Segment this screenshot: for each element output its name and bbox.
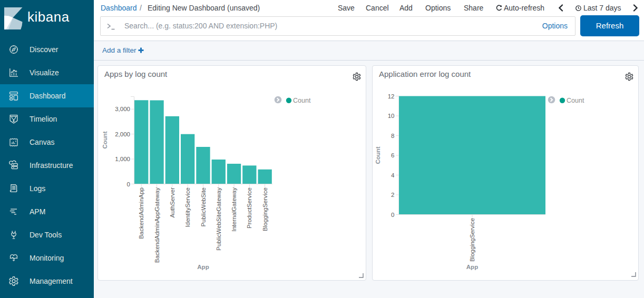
- svg-text:2,000: 2,000: [115, 131, 130, 137]
- svg-text:0: 0: [127, 181, 130, 187]
- svg-text:Count: Count: [567, 97, 584, 104]
- svg-text:BloggingService: BloggingService: [469, 218, 475, 262]
- svg-text:Apps by log count: Apps by log count: [104, 69, 168, 78]
- svg-text:1,000: 1,000: [115, 156, 130, 162]
- svg-text:App: App: [197, 264, 209, 270]
- svg-text:InternalGateway: InternalGateway: [231, 187, 237, 232]
- svg-text:2: 2: [391, 192, 394, 198]
- svg-text:0: 0: [391, 212, 394, 218]
- svg-text:Count: Count: [293, 97, 311, 104]
- svg-text:ProductService: ProductService: [246, 187, 252, 229]
- svg-text:BackendAdminApp: BackendAdminApp: [138, 187, 144, 239]
- svg-text:Application error log count: Application error log count: [379, 69, 471, 78]
- svg-text:Count: Count: [102, 131, 108, 148]
- svg-text:BackendAdminAppGateway: BackendAdminAppGateway: [154, 187, 160, 263]
- svg-text:BloggingService: BloggingService: [262, 187, 268, 231]
- svg-text:8: 8: [391, 133, 394, 139]
- svg-text:Count: Count: [375, 146, 381, 164]
- svg-text:4: 4: [391, 172, 395, 178]
- svg-text:PublicWebSite: PublicWebSite: [200, 187, 207, 227]
- svg-text:App: App: [466, 264, 478, 270]
- svg-text:12: 12: [388, 93, 395, 100]
- svg-text:PublicWebSiteGateway: PublicWebSiteGateway: [216, 187, 222, 251]
- svg-text:10: 10: [388, 113, 395, 119]
- svg-text:3,000: 3,000: [115, 106, 130, 112]
- svg-text:6: 6: [391, 152, 394, 158]
- svg-text:AuthServer: AuthServer: [169, 187, 175, 218]
- svg-text:IdentityService: IdentityService: [184, 187, 191, 227]
